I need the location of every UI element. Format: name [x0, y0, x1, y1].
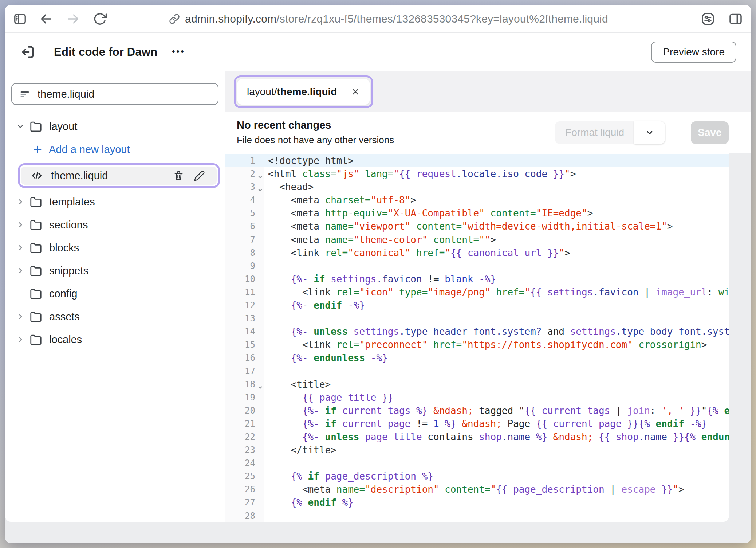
sidebar-file-theme.liquid[interactable]: theme.liquid — [21, 167, 217, 185]
sidebar-folder-snippets[interactable]: snippets — [5, 262, 225, 280]
code-line[interactable]: 13 — [225, 312, 729, 325]
line-number: 11 — [225, 286, 264, 299]
code-line-text[interactable]: <head> — [264, 180, 729, 193]
code-pane[interactable]: 1 <!doctype html> 2 <html class="js" lan… — [225, 153, 729, 522]
chevron-right-icon[interactable] — [16, 197, 25, 207]
code-line[interactable]: 3 <head> — [225, 180, 729, 193]
browser-settings-icon[interactable] — [701, 12, 715, 26]
code-line-text[interactable]: <!doctype html> — [264, 154, 729, 167]
format-liquid-button[interactable]: Format liquid — [555, 121, 634, 144]
code-line[interactable]: 4 <meta charset="utf-8"> — [225, 193, 729, 207]
code-line-text[interactable]: <link rel="canonical" href="{{ canonical… — [264, 246, 729, 259]
sidebar-folder-layout[interactable]: layout — [5, 117, 225, 136]
address-bar[interactable]: admin.shopify.com/store/rzq1xu-f5/themes… — [169, 13, 608, 25]
code-line-text[interactable]: {%- if settings.favicon != blank -%} — [264, 273, 729, 286]
code-line-text[interactable]: <meta name="theme-color" content=""> — [264, 233, 729, 246]
sidebar-folder-assets[interactable]: assets — [5, 308, 225, 326]
code-line[interactable]: 1 <!doctype html> — [225, 154, 729, 167]
sidebar-folder-blocks[interactable]: blocks — [5, 239, 225, 257]
code-line[interactable]: 24 — [225, 457, 729, 470]
split-view-icon[interactable] — [728, 12, 743, 26]
line-number: 22 — [225, 430, 264, 443]
code-line-text[interactable] — [264, 457, 729, 470]
save-button[interactable]: Save — [691, 121, 729, 144]
active-tab-focus-ring: layout/theme.liquid — [234, 75, 373, 108]
code-line[interactable]: 2 <html class="js" lang="{{ request.loca… — [225, 167, 729, 180]
code-line[interactable]: 26 <meta name="description" content="{{ … — [225, 483, 729, 496]
chevron-right-icon[interactable] — [16, 243, 25, 253]
code-line[interactable]: 15 <link rel="preconnect" href="https://… — [225, 338, 729, 351]
code-line-text[interactable]: {% if page_description %} — [264, 470, 729, 483]
chevron-right-icon[interactable] — [16, 335, 25, 344]
back-icon[interactable] — [39, 12, 53, 26]
code-line-text[interactable]: {% endif %} — [264, 496, 729, 509]
code-line-text[interactable]: <meta name="description" content="{{ pag… — [264, 483, 729, 496]
code-line[interactable]: 6 <meta name="viewport" content="width=d… — [225, 220, 729, 233]
code-line[interactable]: 16 {%- endunless -%} — [225, 351, 729, 364]
code-line-text[interactable] — [264, 509, 729, 522]
code-line[interactable]: 10 {%- if settings.favicon != blank -%} — [225, 273, 729, 286]
code-line-text[interactable]: {%- endunless -%} — [264, 351, 729, 364]
code-line-text[interactable]: <html class="js" lang="{{ request.locale… — [264, 167, 729, 180]
tab-layout-theme-liquid[interactable]: layout/theme.liquid — [237, 79, 370, 105]
code-line[interactable]: 22 {%- unless page_title contains shop.n… — [225, 430, 729, 443]
chevron-right-icon[interactable] — [16, 266, 25, 275]
code-line-text[interactable]: {%- unless settings.type_header_font.sys… — [264, 325, 729, 338]
chevron-down-icon[interactable] — [16, 122, 25, 131]
code-line-text[interactable]: <link rel="preconnect" href="https://fon… — [264, 338, 729, 351]
code-line-text[interactable]: {{ page_title }} — [264, 391, 729, 404]
editor-scrollbar-gutter[interactable] — [740, 153, 751, 522]
code-line-text[interactable] — [264, 312, 729, 325]
code-line-text[interactable]: <meta charset="utf-8"> — [264, 193, 729, 207]
exit-editor-icon[interactable] — [20, 44, 36, 60]
sidebar-toggle-icon[interactable] — [13, 12, 27, 26]
code-line[interactable]: 19 {{ page_title }} — [225, 391, 729, 404]
code-line-text[interactable]: </title> — [264, 443, 729, 457]
code-line-text[interactable]: <title> — [264, 378, 729, 391]
file-search-box[interactable] — [11, 83, 218, 105]
delete-file-icon[interactable] — [173, 170, 184, 181]
code-line[interactable]: 14 {%- unless settings.type_header_font.… — [225, 325, 729, 338]
sidebar-folder-config[interactable]: config — [5, 285, 225, 303]
browser-window: admin.shopify.com/store/rzq1xu-f5/themes… — [5, 5, 751, 543]
code-line-text[interactable] — [264, 365, 729, 378]
code-line-text[interactable]: {%- unless page_title contains shop.name… — [264, 430, 729, 443]
code-line[interactable]: 17 — [225, 365, 729, 378]
link-icon — [169, 13, 180, 24]
more-actions-button[interactable]: ••• — [172, 47, 185, 57]
code-line[interactable]: 7 <meta name="theme-color" content=""> — [225, 233, 729, 246]
code-line-text[interactable] — [264, 259, 729, 273]
sidebar-item-label: theme.liquid — [51, 170, 108, 182]
rename-file-icon[interactable] — [194, 170, 205, 181]
code-line[interactable]: 27 {% endif %} — [225, 496, 729, 509]
code-line[interactable]: 23 </title> — [225, 443, 729, 457]
chevron-right-icon[interactable] — [16, 312, 25, 321]
code-line-text[interactable]: <meta name="viewport" content="width=dev… — [264, 220, 729, 233]
code-line-text[interactable]: {%- if current_page != 1 %} &ndash; Page… — [264, 417, 729, 430]
code-line[interactable]: 28 — [225, 509, 729, 522]
code-line-text[interactable]: <meta http-equiv="X-UA-Compatible" conte… — [264, 207, 729, 220]
code-line-text[interactable]: <link rel="icon" type="image/png" href="… — [264, 286, 729, 299]
file-search-input[interactable] — [38, 88, 210, 100]
format-dropdown-button[interactable] — [634, 121, 665, 144]
code-line[interactable]: 8 <link rel="canonical" href="{{ canonic… — [225, 246, 729, 259]
sidebar-folder-sections[interactable]: sections — [5, 216, 225, 234]
code-line[interactable]: 20 {%- if current_tags %} &ndash; tagged… — [225, 404, 729, 417]
code-line[interactable]: 5 <meta http-equiv="X-UA-Compatible" con… — [225, 207, 729, 220]
sidebar-folder-locales[interactable]: locales — [5, 330, 225, 349]
code-line-text[interactable]: {%- if current_tags %} &ndash; tagged "{… — [264, 404, 729, 417]
code-line[interactable]: 11 <link rel="icon" type="image/png" hre… — [225, 286, 729, 299]
preview-store-button[interactable]: Preview store — [651, 42, 736, 63]
code-line[interactable]: 25 {% if page_description %} — [225, 470, 729, 483]
code-line[interactable]: 9 — [225, 259, 729, 273]
close-tab-icon[interactable] — [351, 87, 360, 97]
code-line[interactable]: 21 {%- if current_page != 1 %} &ndash; P… — [225, 417, 729, 430]
reload-icon[interactable] — [93, 12, 107, 26]
sidebar-folder-templates[interactable]: templates — [5, 193, 225, 211]
chevron-right-icon[interactable] — [16, 220, 25, 230]
code-line[interactable]: 12 {%- endif -%} — [225, 299, 729, 312]
sidebar-add-layout-link[interactable]: Add a new layout — [5, 140, 225, 158]
editor-status-bar: No recent changes File does not have any… — [225, 112, 751, 153]
code-line-text[interactable]: {%- endif -%} — [264, 299, 729, 312]
code-line[interactable]: 18 <title> — [225, 378, 729, 391]
